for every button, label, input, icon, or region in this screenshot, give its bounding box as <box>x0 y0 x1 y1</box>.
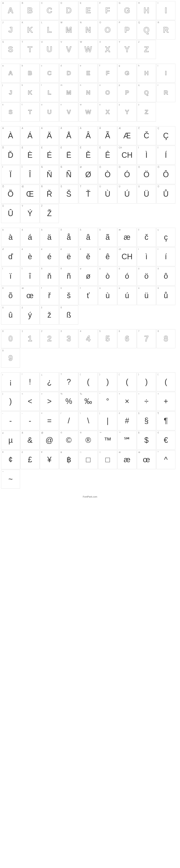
char-cell[interactable]: CC <box>40 1 59 20</box>
char-cell[interactable]: 00 <box>1 329 20 348</box>
char-cell[interactable]: €€ <box>156 431 175 450</box>
char-cell[interactable]: OO <box>98 21 117 39</box>
char-cell[interactable]: žž <box>40 306 59 324</box>
char-cell[interactable]: óó <box>117 267 137 286</box>
char-cell[interactable]: øø <box>79 267 98 286</box>
char-cell[interactable]: ùù <box>98 286 117 305</box>
char-cell[interactable]: (( <box>156 372 175 392</box>
char-cell[interactable]: ?? <box>59 372 78 392</box>
char-cell[interactable]: ×× <box>117 392 137 411</box>
char-cell[interactable]: §§ <box>137 411 156 430</box>
char-cell[interactable]: >> <box>40 392 59 411</box>
char-cell[interactable]: $$ <box>137 431 156 450</box>
char-cell[interactable]: ++ <box>156 392 175 411</box>
char-cell[interactable]: lL <box>40 83 59 102</box>
char-cell[interactable]: °° <box>98 392 117 411</box>
char-cell[interactable]: ññ <box>59 267 78 286</box>
char-cell[interactable]: µµ <box>1 431 20 450</box>
char-cell[interactable]: chCH <box>117 247 137 266</box>
char-cell[interactable]: pP <box>117 83 137 102</box>
char-cell[interactable]: ìì <box>137 247 156 266</box>
char-cell[interactable]: ÍÍ <box>156 146 175 165</box>
char-cell[interactable]: // <box>59 411 78 430</box>
char-cell[interactable]: ØØ <box>79 165 98 184</box>
char-cell[interactable]: ÆÆ <box>117 126 137 145</box>
char-cell[interactable]: FF <box>98 1 117 20</box>
char-cell[interactable]: fF <box>98 64 117 83</box>
char-cell[interactable]: öö <box>137 267 156 286</box>
char-cell[interactable]: gG <box>117 64 137 83</box>
char-cell[interactable]: uU <box>40 102 59 122</box>
char-cell[interactable]: ěě <box>79 247 98 266</box>
char-cell[interactable]: çç <box>156 228 175 247</box>
char-cell[interactable]: ůů <box>156 286 175 305</box>
char-cell[interactable]: NN <box>79 21 98 39</box>
char-cell[interactable]: MM <box>59 21 78 39</box>
char-cell[interactable]: ŮŮ <box>156 185 175 204</box>
char-cell[interactable]: ÖÖ <box>137 165 156 184</box>
char-cell[interactable]: ãã <box>98 228 117 247</box>
char-cell[interactable]: 88 <box>156 329 175 348</box>
char-cell[interactable]: ÔÔ <box>156 165 175 184</box>
char-cell[interactable]: UU <box>40 40 59 59</box>
char-cell[interactable]: ℠℠ <box>117 431 137 450</box>
char-cell[interactable]: òò <box>98 267 117 286</box>
char-cell[interactable]: ZZ <box>137 40 156 59</box>
char-cell[interactable]: dD <box>59 64 78 83</box>
char-cell[interactable]: (( <box>117 372 137 392</box>
char-cell[interactable]: aA <box>1 64 20 83</box>
char-cell[interactable]: ŠŠ <box>59 185 78 204</box>
char-cell[interactable]: \\ <box>79 411 98 430</box>
char-cell[interactable]: rR <box>156 83 175 102</box>
char-cell[interactable]: XX <box>98 40 117 59</box>
char-cell[interactable]: -- <box>21 411 39 430</box>
char-cell[interactable]: ûû <box>1 306 20 324</box>
char-cell[interactable]: ^^ <box>156 450 175 469</box>
char-cell[interactable]: ŘŘ <box>40 185 59 204</box>
char-cell[interactable]: QQ <box>137 21 156 39</box>
char-cell[interactable]: II <box>156 1 175 20</box>
char-cell[interactable]: ÇÇ <box>156 126 175 145</box>
char-cell[interactable]: HH <box>137 1 156 20</box>
char-cell[interactable]: ÏÏ <box>1 165 20 184</box>
char-cell[interactable]: áá <box>21 228 39 247</box>
char-cell[interactable]: iI <box>156 64 175 83</box>
char-cell[interactable]: ææ <box>117 450 137 469</box>
char-cell[interactable]: ## <box>117 411 137 430</box>
char-cell[interactable]: eE <box>79 64 98 83</box>
char-cell[interactable]: ďď <box>1 247 20 266</box>
char-cell[interactable]: ÙÙ <box>98 185 117 204</box>
char-cell[interactable]: ÑÑ <box>59 165 78 184</box>
char-cell[interactable]: ÜÜ <box>137 185 156 204</box>
char-cell[interactable]: řř <box>40 286 59 305</box>
char-cell[interactable]: AA <box>1 1 20 20</box>
char-cell[interactable]: GG <box>117 1 137 20</box>
char-cell[interactable]: )) <box>1 392 20 411</box>
char-cell[interactable]: íí <box>156 247 175 266</box>
char-cell[interactable]: ฿฿ <box>59 450 78 469</box>
char-cell[interactable]: ŽŽ <box>40 204 59 223</box>
char-cell[interactable]: ÚÚ <box>117 185 137 204</box>
char-cell[interactable]: åå <box>59 228 78 247</box>
char-cell[interactable]: 44 <box>79 329 98 348</box>
char-cell[interactable]: %% <box>59 392 78 411</box>
char-cell[interactable]: sS <box>1 102 20 122</box>
char-cell[interactable]: ŤŤ <box>79 185 98 204</box>
char-cell[interactable]: êê <box>98 247 117 266</box>
char-cell[interactable]: BB <box>21 1 39 20</box>
char-cell[interactable]: WW <box>79 40 98 59</box>
char-cell[interactable]: õõ <box>1 286 20 305</box>
char-cell[interactable]: mM <box>59 83 78 102</box>
char-cell[interactable]: úú <box>117 286 137 305</box>
char-cell[interactable]: ÈÈ <box>21 146 39 165</box>
char-cell[interactable]: ÎÎ <box>21 165 39 184</box>
char-cell[interactable]: !! <box>21 372 39 392</box>
char-cell[interactable]: ÕÕ <box>1 185 20 204</box>
char-cell[interactable]: kK <box>21 83 39 102</box>
char-cell[interactable]: ïï <box>1 267 20 286</box>
char-cell[interactable]: ĚĚ <box>79 146 98 165</box>
char-cell[interactable]: □□ <box>98 450 117 469</box>
char-cell[interactable]: (( <box>79 372 98 392</box>
char-cell[interactable]: ¶¶ <box>156 411 175 430</box>
char-cell[interactable]: EE <box>79 1 98 20</box>
